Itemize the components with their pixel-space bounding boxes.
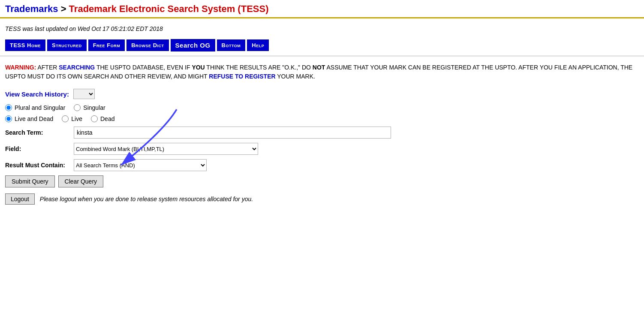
singular-radio[interactable] (74, 104, 81, 111)
last-updated-label: TESS was last updated on Wed Oct 17 05:2… (5, 25, 163, 32)
page-header: Trademarks > Trademark Electronic Search… (0, 0, 644, 18)
live-dead-option[interactable]: Live and Dead (5, 115, 53, 122)
warning-you: YOU (192, 64, 205, 71)
query-buttons-row: Submit Query Clear Query (5, 175, 639, 187)
view-search-history-row: View Search History: (5, 89, 639, 99)
plural-singular-option[interactable]: Plural and Singular (5, 104, 65, 111)
clear-query-button[interactable]: Clear Query (58, 175, 103, 187)
search-term-label: Search Term: (5, 129, 74, 136)
live-option[interactable]: Live (62, 115, 82, 122)
dead-radio[interactable] (91, 115, 98, 122)
singular-label: Singular (83, 104, 105, 111)
logout-note: Please logout when you are done to relea… (40, 196, 253, 202)
search-term-row: Search Term: (5, 127, 639, 139)
result-must-contain-select[interactable]: All Search Terms (AND) Any Search Terms … (74, 159, 207, 171)
search-form: View Search History: Plural and Singular… (0, 85, 644, 211)
field-label: Field: (5, 145, 74, 152)
singular-option[interactable]: Singular (74, 104, 105, 111)
warning-text1: AFTER (36, 64, 59, 71)
header-tess: Trademark Electronic Search System (TESS… (69, 3, 269, 14)
live-dead-radio[interactable] (5, 115, 12, 122)
field-row: Field: Combined Word Mark (BI,TI,MP,TL) … (5, 143, 639, 155)
warning-not: NOT (313, 64, 325, 71)
logout-row: Logout Please logout when you are done t… (5, 193, 639, 205)
nav-help[interactable]: Help (247, 39, 269, 51)
header-trademarks: Trademarks (5, 3, 58, 14)
plural-singular-label: Plural and Singular (15, 104, 65, 111)
nav-browse-dict[interactable]: Browse Dict (126, 39, 169, 51)
result-must-contain-row: Result Must Contain: All Search Terms (A… (5, 159, 639, 171)
search-term-input[interactable] (74, 127, 391, 139)
last-updated-text: TESS was last updated on Wed Oct 17 05:2… (0, 18, 644, 36)
plurality-radio-row: Plural and Singular Singular (5, 104, 639, 111)
warning-label: WARNING: (5, 64, 36, 71)
nav-search-og[interactable]: Search OG (171, 39, 215, 51)
warning-text3: THINK THE RESULTS ARE "O.K.," DO (205, 64, 313, 71)
live-dead-label: Live and Dead (15, 115, 53, 122)
warning-refuse: REFUSE TO REGISTER (209, 73, 275, 80)
view-search-history-label: View Search History: (5, 91, 69, 98)
nav-structured[interactable]: Structured (47, 39, 87, 51)
warning-searching: SEARCHING (59, 64, 95, 71)
header-separator: > (58, 3, 69, 14)
live-label: Live (71, 115, 82, 122)
dead-option[interactable]: Dead (91, 115, 114, 122)
live-radio[interactable] (62, 115, 69, 122)
nav-bottom[interactable]: Bottom (217, 39, 246, 51)
search-history-select[interactable] (73, 89, 95, 99)
submit-query-button[interactable]: Submit Query (5, 175, 55, 187)
warning-text2: THE USPTO DATABASE, EVEN IF (95, 64, 192, 71)
plural-singular-radio[interactable] (5, 104, 12, 111)
logout-button[interactable]: Logout (5, 193, 35, 205)
nav-free-form[interactable]: Free Form (88, 39, 125, 51)
nav-bar: TESS Home Structured Free Form Browse Di… (0, 36, 644, 56)
warning-text5: YOUR MARK. (276, 73, 315, 80)
result-must-contain-label: Result Must Contain: (5, 162, 74, 169)
warning-section: WARNING: AFTER SEARCHING THE USPTO DATAB… (0, 56, 644, 85)
dead-label: Dead (100, 115, 114, 122)
status-radio-row: Live and Dead Live Dead (5, 115, 639, 122)
nav-tess-home[interactable]: TESS Home (5, 39, 45, 51)
field-select[interactable]: Combined Word Mark (BI,TI,MP,TL) Basic I… (74, 143, 258, 155)
